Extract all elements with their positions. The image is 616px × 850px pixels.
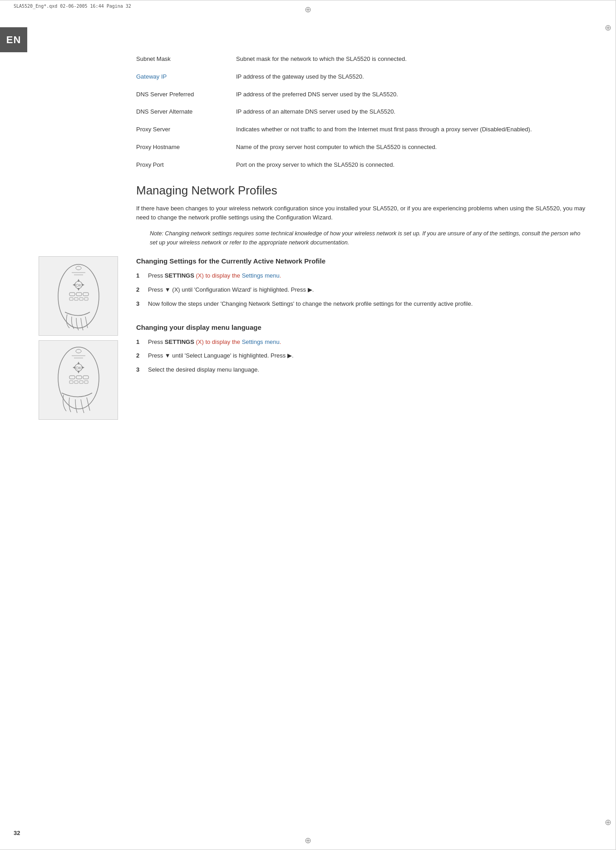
step2-text-3: Select the desired display menu language…: [148, 365, 589, 375]
def-row-proxy-hostname: Proxy Hostname Name of the proxy server …: [136, 143, 589, 152]
step-1-3: 3 Now follow the steps under 'Changing N…: [136, 299, 589, 309]
step-1-2: 2 Press ▼ (X) until 'Configuration Wizar…: [136, 285, 589, 295]
reg-mark-right-bottom: ⊕: [605, 817, 611, 827]
subsection1-heading: Changing Settings for the Currently Acti…: [136, 256, 589, 266]
reg-mark-top: ⊕: [305, 5, 311, 15]
bold-settings-2: SETTINGS: [165, 338, 194, 345]
page-number-text: 32: [14, 830, 20, 836]
red-text-2: (X) to display the: [194, 338, 242, 345]
svg-marker-3: [77, 279, 80, 282]
page-number: 32: [14, 830, 20, 836]
svg-rect-25: [76, 376, 82, 379]
step-2-1: 1 Press SETTINGS (X) to display the Sett…: [136, 338, 589, 347]
svg-rect-30: [84, 381, 88, 383]
def-row-gateway-ip: Gateway IP IP address of the gateway use…: [136, 72, 589, 82]
definition-table: Subnet Mask Subnet mask for the network …: [136, 55, 589, 170]
step-number-2: 2: [136, 285, 145, 295]
reg-mark-right-top: ⊕: [605, 23, 611, 33]
def-row-subnet-mask: Subnet Mask Subnet mask for the network …: [136, 55, 589, 64]
subsection1-steps: 1 Press SETTINGS (X) to display the Sett…: [136, 271, 589, 308]
step2-number-3: 3: [136, 365, 145, 375]
remote-image-2: OK: [39, 340, 118, 420]
step-text-2: Press ▼ (X) until 'Configuration Wizard'…: [148, 285, 589, 295]
term-proxy-server: Proxy Server: [136, 125, 236, 134]
term-gateway-ip: Gateway IP: [136, 72, 236, 81]
remote-image-1: OK: [39, 256, 118, 336]
svg-point-17: [58, 347, 99, 409]
svg-point-0: [58, 264, 99, 328]
def-row-proxy-port: Proxy Port Port on the proxy server to w…: [136, 160, 589, 170]
svg-point-31: [76, 349, 81, 353]
file-header: SLA5520_Eng*.qxd 02-06-2005 16:44 Pagina…: [14, 4, 131, 9]
svg-rect-29: [79, 381, 83, 383]
step-2-2: 2 Press ▼ until 'Select Language' is hig…: [136, 351, 589, 361]
red-text-1: (X) to display the: [194, 272, 242, 279]
desc-proxy-hostname: Name of the proxy server host computer t…: [236, 143, 589, 152]
svg-marker-20: [77, 362, 80, 364]
note-box: Note: Changing network settings requires…: [150, 229, 589, 247]
svg-point-14: [76, 266, 81, 270]
step2-text-2: Press ▼ until 'Select Language' is highl…: [148, 351, 589, 361]
step2-text-1: Press SETTINGS (X) to display the Settin…: [148, 338, 589, 347]
svg-rect-27: [69, 381, 73, 383]
bold-settings-1: SETTINGS: [165, 272, 194, 279]
svg-marker-21: [77, 371, 80, 373]
remote-svg-1: OK: [44, 260, 113, 333]
managing-section: Managing Network Profiles If there have …: [136, 184, 589, 375]
desc-dns-alternate: IP address of an alternate DNS server us…: [236, 107, 589, 117]
svg-rect-9: [83, 293, 89, 296]
term-proxy-hostname: Proxy Hostname: [136, 143, 236, 152]
step-text-3: Now follow the steps under 'Changing Net…: [148, 299, 589, 309]
svg-rect-24: [69, 376, 75, 379]
subsection1-wrapper: OK: [136, 256, 589, 308]
svg-marker-5: [73, 283, 75, 286]
svg-marker-23: [82, 366, 84, 369]
def-row-dns-alternate: DNS Server Alternate IP address of an al…: [136, 107, 589, 117]
reg-mark-bottom: ⊕: [305, 835, 311, 845]
step2-number-1: 1: [136, 338, 145, 347]
term-dns-alternate: DNS Server Alternate: [136, 107, 236, 116]
term-subnet-mask: Subnet Mask: [136, 55, 236, 64]
red-period-1: .: [280, 272, 281, 279]
svg-marker-4: [77, 288, 80, 291]
step-number-1: 1: [136, 271, 145, 281]
en-tab: EN: [0, 27, 27, 52]
def-row-proxy-server: Proxy Server Indicates whether or not tr…: [136, 125, 589, 134]
svg-rect-28: [74, 381, 78, 383]
remote-svg-2: OK: [44, 344, 113, 417]
remotes-container: OK: [39, 256, 118, 420]
svg-rect-13: [84, 298, 88, 300]
step-2-3: 3 Select the desired display menu langua…: [136, 365, 589, 375]
subsection2-wrapper: Changing your display menu language 1 Pr…: [136, 323, 589, 375]
desc-proxy-server: Indicates whether or not traffic to and …: [236, 125, 589, 134]
note-text: Note: Changing network settings requires…: [150, 230, 580, 246]
svg-text:OK: OK: [75, 366, 81, 370]
svg-rect-11: [74, 298, 78, 300]
svg-text:OK: OK: [75, 283, 81, 288]
svg-rect-10: [69, 298, 73, 300]
top-border: [0, 0, 616, 0]
file-info-text: SLA5520_Eng*.qxd 02-06-2005 16:44 Pagina…: [14, 4, 131, 9]
step-text-1: Press SETTINGS (X) to display the Settin…: [148, 271, 589, 281]
main-content: Subnet Mask Subnet mask for the network …: [136, 55, 589, 823]
svg-rect-8: [76, 293, 82, 296]
subsection1-content: Changing Settings for the Currently Acti…: [136, 256, 589, 308]
red-period-2: .: [280, 338, 281, 345]
svg-rect-7: [69, 293, 75, 296]
blue-link-2: Settings menu: [242, 338, 280, 345]
term-dns-preferred: DNS Server Preferred: [136, 90, 236, 99]
step-number-3: 3: [136, 299, 145, 309]
svg-rect-12: [79, 298, 83, 300]
page-container: ⊕ ⊕ ⊕ ⊕ SLA5520_Eng*.qxd 02-06-2005 16:4…: [0, 0, 616, 850]
svg-rect-26: [83, 376, 89, 379]
svg-marker-22: [73, 366, 75, 369]
step-1-1: 1 Press SETTINGS (X) to display the Sett…: [136, 271, 589, 281]
step2-number-2: 2: [136, 351, 145, 361]
blue-link-1: Settings menu: [242, 272, 280, 279]
section-intro-managing: If there have been changes to your wirel…: [136, 204, 589, 223]
subsection2-heading: Changing your display menu language: [136, 323, 589, 332]
term-proxy-port: Proxy Port: [136, 160, 236, 169]
desc-dns-preferred: IP address of the preferred DNS server u…: [236, 90, 589, 99]
desc-subnet-mask: Subnet mask for the network to which the…: [236, 55, 589, 64]
svg-marker-6: [82, 283, 84, 286]
